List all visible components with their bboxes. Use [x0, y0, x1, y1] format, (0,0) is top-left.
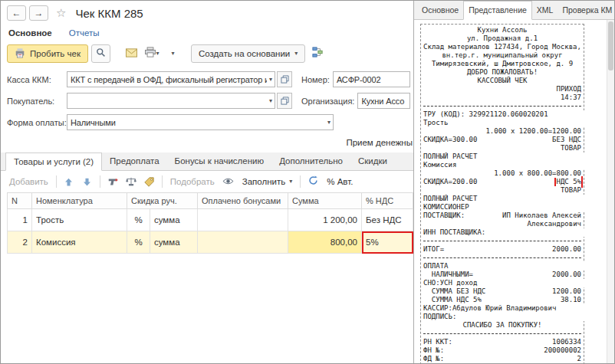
- related-documents-button[interactable]: [308, 44, 326, 63]
- chevron-down-icon: ▾: [294, 51, 298, 57]
- tab-discounts[interactable]: Скидки: [350, 152, 395, 170]
- receipt-text-left: Кухни Ассоль: [477, 26, 527, 34]
- table-row-selected[interactable]: 2 Комиссия % сумма 800,00 5%: [8, 231, 413, 254]
- receipt-line: КАССИР:Абдулов Юрий Владимирович: [423, 304, 614, 313]
- col-paid-bonuses[interactable]: Оплачено бонусами: [198, 193, 288, 209]
- table-header-row: N Номенклатура Скидка руч. Оплачено бону…: [8, 193, 413, 209]
- sum-cell-active[interactable]: 800,00: [288, 231, 362, 254]
- vat-cell-highlighted[interactable]: 5%: [362, 231, 413, 254]
- tab-bonuses[interactable]: Бонусы к начислению: [167, 152, 272, 170]
- organization-field[interactable]: Кухни Ассо: [357, 93, 410, 109]
- buyer-label: Покупатель:: [7, 97, 67, 106]
- fill-button[interactable]: Заполнить▾: [238, 177, 296, 186]
- receipt-text-left: ПОСТАВЩИК:: [423, 212, 465, 220]
- bonus-cell[interactable]: [198, 231, 288, 254]
- more-actions-button[interactable]: ▾: [164, 44, 182, 63]
- number-value: АСФР-0002: [334, 75, 384, 84]
- sum-cell[interactable]: 1 200,00: [288, 209, 362, 231]
- col-nomenclature[interactable]: Номенклатура: [32, 193, 127, 209]
- auto-discount-button[interactable]: % Авт.: [323, 177, 357, 186]
- receipt-line: СКИДКА=300.00БЕЗ НДС: [423, 136, 581, 144]
- view-button[interactable]: [220, 173, 237, 190]
- tab-xml[interactable]: XML: [532, 1, 558, 19]
- col-sum[interactable]: Сумма: [288, 193, 362, 209]
- receipt-text-left: ПОЛНЫЙ РАСЧЕТ: [423, 195, 477, 203]
- discount-pct-cell[interactable]: %: [127, 209, 150, 231]
- receipt-text-right: ТОВАР: [561, 144, 581, 152]
- receipt-text-left: СПАСИБО ЗА ПОКУПКУ!: [463, 321, 542, 330]
- tab-additional[interactable]: Дополнительно: [271, 152, 350, 170]
- send-email-button[interactable]: [123, 44, 140, 63]
- back-arrow-icon: ←: [12, 8, 21, 18]
- col-n[interactable]: N: [8, 193, 32, 209]
- section-reports-link[interactable]: Отчеты: [69, 28, 100, 38]
- kassa-field[interactable]: ККТ с передачей в ОФД, фискальный регист…: [67, 71, 275, 87]
- scrollbar-thumb[interactable]: [608, 21, 613, 71]
- vertical-scrollbar[interactable]: [607, 20, 614, 363]
- receipt-line: вн.тер.г. муниципальный округ: [423, 51, 581, 60]
- receipt-line: ИТОГ=2000.00: [423, 245, 581, 254]
- barcode-scanner-button[interactable]: [104, 173, 121, 190]
- search-icon: [96, 47, 106, 61]
- nomenclature-cell[interactable]: Трость: [32, 209, 127, 231]
- favorite-star-icon[interactable]: ☆: [56, 6, 66, 20]
- receipt-line: 14:37: [423, 93, 581, 102]
- discount-pct-cell[interactable]: %: [127, 231, 150, 254]
- cash-register-icon: [15, 48, 25, 60]
- receipt-document[interactable]: Кухни Ассольул. Продажная д.1Склад матер…: [420, 24, 584, 363]
- discount-sum-cell[interactable]: сумма: [150, 231, 198, 254]
- discount-sum-cell[interactable]: сумма: [150, 209, 198, 231]
- section-main[interactable]: Основное: [8, 28, 52, 38]
- forward-button[interactable]: →: [29, 5, 48, 21]
- chevron-down-icon[interactable]: ▾: [267, 77, 275, 83]
- print-button[interactable]: ▾: [143, 44, 161, 63]
- receipt-text-left: Трость: [423, 119, 449, 127]
- pick-button[interactable]: Подобрать: [166, 177, 219, 186]
- nomenclature-cell[interactable]: Комиссия: [32, 231, 127, 254]
- receipt-lines: Кухни Ассольул. Продажная д.1Склад матер…: [423, 26, 581, 363]
- refresh-button[interactable]: [304, 173, 321, 190]
- buyer-open-button[interactable]: [277, 93, 292, 109]
- col-vat[interactable]: % НДС: [362, 193, 413, 209]
- tab-km-check[interactable]: Проверка КМ: [557, 1, 614, 19]
- receipt-text-right: 1006334: [552, 338, 581, 346]
- separator: [162, 175, 163, 188]
- receipt-line: ФН №:200000002: [423, 346, 581, 355]
- app-window: ← → ☆ Чек ККМ 285 Основное Отчеты Пробит…: [0, 0, 615, 364]
- post-check-button[interactable]: Пробить чек: [7, 44, 88, 63]
- tab-prepayment[interactable]: Предоплата: [102, 152, 167, 170]
- vat-cell[interactable]: Без НДС: [362, 209, 413, 231]
- create-based-on-button[interactable]: Создать на основании ▾: [191, 44, 305, 63]
- tab-main[interactable]: Основное: [417, 1, 463, 19]
- back-button[interactable]: ←: [7, 5, 26, 21]
- bonus-cell[interactable]: [198, 209, 288, 231]
- row-number-cell[interactable]: 1: [8, 209, 32, 231]
- buyer-field[interactable]: ▾: [67, 93, 275, 109]
- add-button[interactable]: Добавить: [5, 177, 52, 186]
- chevron-down-icon[interactable]: ▾: [325, 120, 333, 126]
- payment-form-field[interactable]: Наличными ▾: [67, 114, 334, 130]
- price-tag-button[interactable]: [141, 173, 158, 190]
- move-down-button[interactable]: [79, 173, 96, 190]
- col-manual-discount[interactable]: Скидка руч.: [127, 193, 198, 209]
- tab-goods-services[interactable]: Товары и услуги (2): [5, 152, 102, 171]
- number-field[interactable]: АСФР-0002: [333, 71, 410, 87]
- table-row[interactable]: 1 Трость % сумма 1 200,00 Без НДС: [8, 209, 413, 231]
- row-number-cell[interactable]: 2: [8, 231, 32, 254]
- receipt-text-right: 2000.00: [552, 271, 581, 279]
- receipt-text-left: ПОЛНЫЙ РАСЧЕТ: [423, 152, 477, 161]
- payment-form-label: Форма оплаты:: [7, 118, 67, 127]
- receipt-text-right: 14:37: [561, 93, 581, 102]
- scales-button[interactable]: [123, 173, 140, 190]
- receipt-separator: [423, 237, 581, 245]
- receipt-preview-pane: Основное Представление XML Проверка КМ К…: [414, 1, 614, 363]
- separator: [56, 175, 57, 188]
- receipt-line: ТРУ (КОД): 329921120.060020201: [423, 110, 614, 119]
- chevron-down-icon[interactable]: ▾: [267, 98, 275, 104]
- tab-representation[interactable]: Представление: [463, 1, 532, 20]
- receipt-text-left: КОМИССИОНЕР: [423, 203, 469, 212]
- move-up-button[interactable]: [61, 173, 77, 190]
- receipt-text-left: Склад материалов 127434, Город Москва,: [423, 43, 581, 51]
- search-check-button[interactable]: [91, 44, 110, 63]
- kassa-open-button[interactable]: [277, 71, 292, 87]
